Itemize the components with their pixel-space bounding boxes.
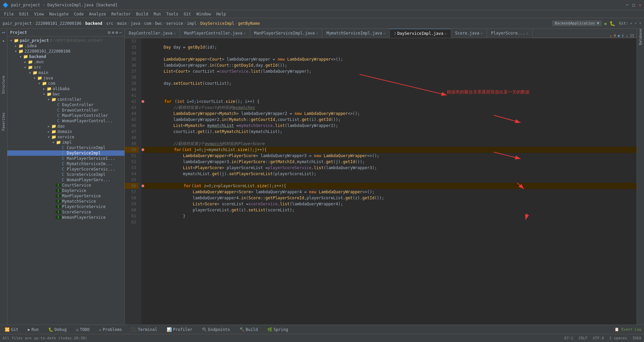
tree-item-service[interactable]: ▾ 📁 service bbox=[7, 134, 124, 140]
menu-file[interactable]: File bbox=[1, 11, 16, 17]
menu-run[interactable]: Run bbox=[151, 11, 164, 17]
menu-refactor[interactable]: Refactor bbox=[109, 11, 133, 17]
tree-item-DayController[interactable]: C DayController bbox=[7, 102, 124, 108]
project-panel-icon[interactable]: 1 bbox=[1, 31, 6, 34]
bottom-tab-git[interactable]: 🔀 Git bbox=[3, 327, 20, 333]
tree-item-impl[interactable]: ▾ 📁 impl bbox=[7, 140, 124, 145]
run-button[interactable]: ▶ bbox=[604, 21, 607, 26]
line-ending[interactable]: CRLF bbox=[579, 336, 588, 340]
menu-window[interactable]: Window bbox=[194, 11, 213, 17]
menu-code[interactable]: Code bbox=[71, 11, 87, 17]
tree-item-CourtServiceImpl[interactable]: C CourtServiceImpl bbox=[7, 145, 124, 150]
bottom-tab-problems[interactable]: ⚠ Problems bbox=[97, 327, 124, 333]
breadcrumb-part[interactable]: 222000101_222000106 bbox=[36, 21, 82, 26]
tab-close-icon[interactable]: ✕ bbox=[244, 31, 246, 35]
tree-item-idea[interactable]: ▸ 📁 .idea bbox=[7, 43, 124, 49]
tree-item-WomanPlayerServiceImpl[interactable]: C WomanPlayerServ... bbox=[7, 177, 124, 183]
tree-item-PlayerScoreService[interactable]: I PlayerScoreService bbox=[7, 204, 124, 209]
favorites-icon[interactable]: Favorites bbox=[2, 113, 5, 131]
tab-close-icon[interactable]: ✕ bbox=[526, 31, 528, 35]
tab-MymatchServiceImpl[interactable]: MymatchServiceImpl.java ✕ bbox=[322, 29, 390, 38]
breadcrumb-part[interactable]: service bbox=[166, 21, 183, 26]
close-button[interactable]: ✕ bbox=[639, 3, 641, 7]
tab-close-icon[interactable]: ✕ bbox=[174, 31, 176, 35]
tab-DayServiceImpl[interactable]: J DayServiceImpl.java ✕ bbox=[390, 29, 451, 38]
tree-item-src[interactable]: ▾ 📁 src bbox=[7, 65, 124, 70]
breadcrumb-part[interactable]: backend bbox=[85, 21, 102, 26]
cursor-position[interactable]: 67:1 bbox=[564, 336, 573, 340]
tab-Score[interactable]: Score.java ✕ bbox=[451, 29, 487, 38]
sidebar-expand-button[interactable]: ≡ bbox=[112, 30, 114, 35]
event-log-label[interactable]: 📋 Event Log bbox=[614, 327, 641, 332]
tree-item-PlayerScoreServiceImpl[interactable]: C PlayerScoreServic... bbox=[7, 166, 124, 172]
bottom-tab-debug[interactable]: 🐛 Debug bbox=[46, 327, 69, 333]
menu-edit[interactable]: Edit bbox=[16, 11, 32, 17]
menu-tools[interactable]: Tools bbox=[164, 11, 181, 17]
bottom-tab-run[interactable]: ▶ Run bbox=[26, 327, 41, 333]
tree-item-MymatchService[interactable]: I MymatchService bbox=[7, 199, 124, 204]
tree-item-ManPlayerController[interactable]: C ManPlayerController bbox=[7, 113, 124, 118]
menu-build[interactable]: Build bbox=[133, 11, 151, 17]
bottom-tab-terminal[interactable]: ⬛ Terminal bbox=[129, 327, 159, 333]
database-panel-label[interactable]: Database bbox=[639, 29, 642, 48]
tab-close-icon[interactable]: ✕ bbox=[316, 31, 318, 35]
tab-ManPlayerController[interactable]: ManPlayerController.java ✕ bbox=[180, 29, 250, 38]
code-editor[interactable]: 32 33 34 35 36 37 38 39 40 41 42 43 44 4… bbox=[125, 38, 637, 325]
breadcrumb-part[interactable]: pair_project bbox=[3, 21, 32, 26]
bottom-tab-todo[interactable]: ☑ TODO bbox=[74, 327, 92, 333]
tree-item-mvn[interactable]: ▸ 📁 .mvn bbox=[7, 59, 124, 65]
tree-item-backend[interactable]: ▾ 📁 backend bbox=[7, 54, 124, 59]
tab-ManPlayerServiceImpl[interactable]: ManPlayerServiceImpl.java ✕ bbox=[250, 29, 323, 38]
tab-PlayerScore[interactable]: PlayerScore... ✕ bbox=[487, 29, 533, 38]
tree-item-alibaba[interactable]: ▸ 📁 alibaba bbox=[7, 86, 124, 91]
sidebar-collapse-button[interactable]: ⊟ bbox=[108, 30, 110, 35]
menu-view[interactable]: View bbox=[32, 11, 47, 17]
breadcrumb-part[interactable]: com bbox=[144, 21, 151, 26]
tree-item-CourtService[interactable]: I CourtService bbox=[7, 183, 124, 188]
tree-item-DayServiceImpl[interactable]: C DayServiceImpl bbox=[7, 150, 124, 156]
tree-item-MymatchServiceImpl[interactable]: C MymatchServiceIm... bbox=[7, 161, 124, 166]
tree-item-ManPlayerService[interactable]: I ManPlayerService bbox=[7, 193, 124, 199]
sidebar-close-button[interactable]: — bbox=[119, 30, 122, 35]
tree-item-bwc[interactable]: ▾ 📁 bwc bbox=[7, 91, 124, 97]
breadcrumb-part[interactable]: main bbox=[117, 21, 127, 26]
tree-item-DrawsController[interactable]: C DrawsController bbox=[7, 108, 124, 113]
tree-item-DayService[interactable]: I DayService bbox=[7, 188, 124, 193]
tree-item-com[interactable]: ▾ 📁 com bbox=[7, 81, 124, 86]
tree-item-WomanPlayerController[interactable]: C WomanPlayerControl... bbox=[7, 118, 124, 124]
code-content[interactable]: Day day = getById(id); LambdaQueryWrappe… bbox=[142, 38, 637, 325]
structure-icon[interactable]: Structure bbox=[2, 76, 5, 94]
tab-close-icon[interactable]: ✕ bbox=[445, 32, 447, 36]
bottom-tab-spring[interactable]: 🌿 Spring bbox=[265, 327, 290, 333]
charset[interactable]: UTF-8 bbox=[593, 336, 604, 340]
tree-item-ScoreService[interactable]: I ScoreService bbox=[7, 209, 124, 215]
breadcrumb-part[interactable]: src bbox=[106, 21, 113, 26]
tree-item-WomanPlayerService[interactable]: I WomanPlayerService bbox=[7, 215, 124, 220]
tree-item-controller[interactable]: ▾ 📁 controller bbox=[7, 97, 124, 102]
tree-item-ManPlayerServiceImpl[interactable]: C ManPlayerServiceI... bbox=[7, 156, 124, 161]
tree-item-pair-project[interactable]: ▾ 📁 pair_project D:\软件工程作业\pair_project bbox=[7, 38, 124, 43]
tree-item-java[interactable]: ▾ 📁 java bbox=[7, 75, 124, 81]
tab-DayController[interactable]: DayController.java ✕ bbox=[125, 29, 180, 38]
bottom-tab-endpoints[interactable]: 🔌 Endpoints bbox=[200, 327, 232, 333]
maximize-button[interactable]: □ bbox=[633, 3, 635, 7]
breadcrumb-part[interactable]: bwc bbox=[155, 21, 162, 26]
tree-item-ScoreServiceImpl[interactable]: C ScoreServiceImpl bbox=[7, 172, 124, 177]
tree-item-dao[interactable]: ▸ 📁 dao bbox=[7, 124, 124, 129]
breadcrumb-part[interactable]: DayServiceImpl bbox=[200, 21, 234, 26]
tree-item-222[interactable]: ▾ 📁 222000101_222000106 bbox=[7, 49, 124, 54]
tree-item-domain[interactable]: ▸ 📁 domain bbox=[7, 129, 124, 134]
tab-close-icon[interactable]: ✕ bbox=[481, 31, 483, 35]
menu-analyze[interactable]: Analyze bbox=[86, 11, 109, 17]
breadcrumb-part[interactable]: getByName bbox=[238, 21, 260, 26]
bottom-tab-build[interactable]: 🔨 Build bbox=[237, 327, 260, 333]
toolbar-git[interactable]: Git: ✓ ✓ ↑ bbox=[619, 21, 641, 25]
tab-close-icon[interactable]: ✕ bbox=[383, 31, 385, 35]
sidebar-settings-button[interactable]: ⚙ bbox=[116, 30, 118, 35]
bottom-tab-profiler[interactable]: 📊 Profiler bbox=[165, 327, 195, 333]
debug-button[interactable]: 🐛 bbox=[609, 21, 615, 26]
menu-help[interactable]: Help bbox=[214, 11, 229, 17]
breadcrumb-part[interactable]: impl bbox=[187, 21, 197, 26]
minimize-button[interactable]: ─ bbox=[626, 3, 628, 7]
bookmark-icon[interactable]: ★ bbox=[1, 39, 6, 44]
